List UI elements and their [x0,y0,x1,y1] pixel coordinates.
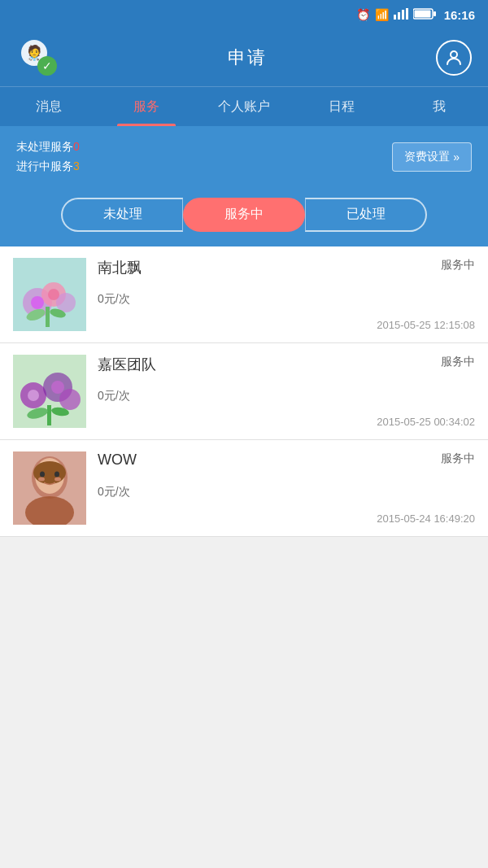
item-image [13,258,86,331]
item-status: 服务中 [441,355,475,369]
summary-text: 未处理服务0 进行中服务3 [16,137,80,177]
item-top-row: WOW 服务中 [98,451,475,469]
svg-point-24 [59,389,81,410]
item-bottom-row: 2015-05-25 12:15:08 [98,319,475,331]
svg-rect-2 [402,10,404,20]
item-image [13,451,86,525]
svg-rect-16 [46,307,50,327]
item-date: 2015-05-24 16:49:20 [377,513,475,525]
svg-point-11 [451,51,457,58]
unprocessed-count: 0 [73,140,80,153]
tab-service[interactable]: 服务 [98,87,195,126]
svg-rect-1 [398,12,400,20]
page-title: 申请 [228,46,267,70]
item-bottom-row: 2015-05-24 16:49:20 [98,513,475,525]
svg-point-19 [31,296,44,309]
item-name: 南北飘 [98,258,142,277]
inprogress-count-line: 进行中服务3 [16,157,80,177]
item-price: 0元/次 [98,485,475,499]
svg-point-36 [54,471,59,477]
status-bar: ⏰ 📶 16:16 [0,0,488,29]
filter-done[interactable]: 已处理 [305,198,427,232]
svg-point-29 [51,381,64,394]
wifi-icon: 📶 [375,8,389,21]
item-date: 2015-05-25 00:34:02 [377,416,475,428]
signal-icon [394,8,408,22]
item-date: 2015-05-25 12:15:08 [377,319,475,331]
svg-rect-5 [434,11,436,16]
item-price: 0元/次 [98,389,475,403]
tab-schedule[interactable]: 日程 [293,87,390,126]
item-content: 南北飘 服务中 0元/次 2015-05-25 12:15:08 [98,258,475,331]
service-list: 南北飘 服务中 0元/次 2015-05-25 12:15:08 [0,246,488,537]
item-bottom-row: 2015-05-25 00:34:02 [98,416,475,428]
svg-rect-6 [414,10,430,17]
item-content: WOW 服务中 0元/次 2015-05-24 16:49:20 [98,451,475,525]
filter-tabs: 未处理 服务中 已处理 [0,188,488,246]
settings-button[interactable]: 资费设置 » [392,142,472,172]
item-top-row: 南北飘 服务中 [98,258,475,277]
battery-icon [413,8,436,22]
list-item[interactable]: 南北飘 服务中 0元/次 2015-05-25 12:15:08 [0,246,488,343]
settings-label: 资费设置 [404,150,450,164]
svg-text:✓: ✓ [42,59,52,72]
inprogress-count: 3 [73,159,80,172]
nav-tabs: 消息 服务 个人账户 日程 我 [0,86,488,126]
item-status: 服务中 [441,451,475,466]
tab-me[interactable]: 我 [390,87,488,126]
item-price: 0元/次 [98,292,475,307]
inprogress-label: 进行中服务 [16,159,73,172]
tab-account[interactable]: 个人账户 [195,87,293,126]
item-content: 嘉医团队 服务中 0元/次 2015-05-25 00:34:02 [98,355,475,428]
filter-pending[interactable]: 未处理 [61,198,183,232]
svg-point-28 [28,390,39,401]
svg-rect-0 [394,15,396,20]
settings-arrow-icon: » [453,150,460,164]
svg-point-33 [33,461,66,484]
list-item[interactable]: WOW 服务中 0元/次 2015-05-24 16:49:20 [0,440,488,537]
app-logo: 🧑‍⚕️ ✓ [16,37,59,79]
list-item[interactable]: 嘉医团队 服务中 0元/次 2015-05-25 00:34:02 [0,343,488,440]
item-status: 服务中 [441,258,475,273]
item-name: WOW [98,451,137,469]
filter-inservice[interactable]: 服务中 [183,198,305,232]
item-image [13,355,86,428]
header: 🧑‍⚕️ ✓ 申请 [0,29,488,86]
status-icons: ⏰ 📶 [356,8,436,22]
svg-rect-25 [47,405,51,425]
status-time: 16:16 [444,8,475,22]
svg-point-20 [48,289,59,300]
clock-icon: ⏰ [356,8,370,21]
svg-point-37 [38,477,45,481]
item-top-row: 嘉医团队 服务中 [98,355,475,374]
svg-point-35 [40,471,45,477]
service-summary: 未处理服务0 进行中服务3 资费设置 » [0,126,488,188]
unprocessed-count-line: 未处理服务0 [16,137,80,157]
profile-button[interactable] [436,40,472,76]
item-name: 嘉医团队 [98,355,156,374]
tab-messages[interactable]: 消息 [0,87,98,126]
svg-rect-3 [406,8,408,20]
svg-point-38 [54,477,61,481]
unprocessed-label: 未处理服务 [16,140,73,153]
